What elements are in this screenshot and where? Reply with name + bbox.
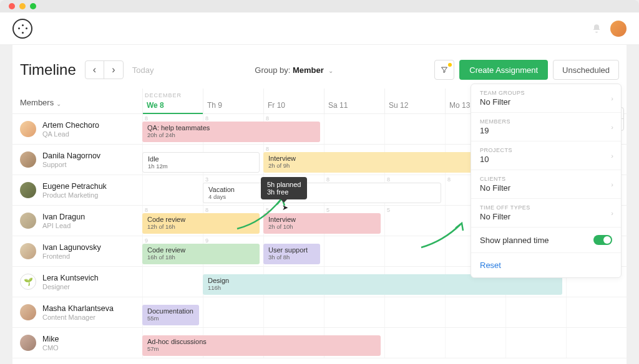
member-avatar	[20, 335, 36, 351]
notifications-icon[interactable]	[592, 24, 602, 34]
user-avatar[interactable]	[610, 21, 627, 37]
maximize-window[interactable]	[30, 3, 36, 9]
assignment-bar[interactable]: Documentation55m	[142, 305, 199, 325]
member-cell[interactable]: MikeCMO	[12, 328, 142, 358]
member-row: MikeCMOAd-hoc discussions57m	[12, 328, 627, 358]
day-column[interactable]: Fr 10	[263, 89, 324, 113]
member-cell[interactable]: Artem ChechoroQA Lead	[12, 114, 142, 144]
filter-item[interactable]: PROJECTS10›	[471, 141, 621, 170]
member-lane[interactable]: Ad-hoc discussions57m	[142, 328, 627, 358]
assignment-bar[interactable]: Idle1h 12m	[142, 152, 260, 173]
hours-label: 8	[387, 176, 390, 183]
assignment-bar[interactable]: Vacation4 days	[203, 183, 441, 203]
groupby-selector[interactable]: Group by: Member ⌄	[163, 65, 426, 75]
toggle-label: Show planned time	[480, 236, 549, 245]
hours-label: 5	[326, 207, 329, 213]
member-avatar	[20, 121, 36, 137]
reset-filters-link[interactable]: Reset	[471, 253, 621, 277]
member-lane[interactable]: Documentation55m	[142, 297, 627, 327]
member-avatar	[20, 243, 36, 259]
member-name: Danila Nagornov	[42, 151, 100, 161]
filter-item[interactable]: CLIENTSNo Filter›	[471, 170, 621, 199]
filter-value: 19	[480, 126, 612, 135]
hours-label: 8	[266, 115, 269, 122]
assignment-subtitle: 1h 12m	[148, 163, 254, 170]
filter-value: No Filter	[480, 183, 612, 193]
app-header	[0, 12, 639, 45]
member-cell[interactable]: Ivan LagunovskyFrontend	[12, 236, 142, 266]
day-column[interactable]: Sa 11	[324, 89, 384, 113]
member-name: Ivan Dragun	[42, 213, 85, 222]
filter-label: TIME OFF TYPES	[480, 204, 612, 211]
unscheduled-button[interactable]: Unscheduled	[553, 60, 619, 80]
member-role: CMO	[42, 344, 59, 352]
prev-button[interactable]: ‹	[85, 61, 104, 79]
filter-item[interactable]: TEAM GROUPSNo Filter›	[471, 84, 621, 113]
hours-label: 3	[205, 176, 208, 183]
assignment-bar[interactable]: Interview2h of 10h	[263, 213, 381, 234]
date-nav: ‹ ›	[85, 60, 124, 79]
day-column[interactable]: Th 9	[203, 89, 263, 113]
hours-label: 5	[387, 207, 390, 213]
assignment-bar[interactable]: QA: help teammates20h of 24h	[142, 122, 320, 142]
hours-label: 9	[205, 237, 208, 244]
filter-item[interactable]: TIME OFF TYPESNo Filter›	[471, 199, 621, 228]
page-title: Timeline	[20, 61, 76, 79]
chevron-right-icon: ›	[611, 209, 613, 217]
member-avatar	[20, 151, 36, 168]
assignment-title: Ad-hoc discussions	[147, 338, 376, 345]
hours-label: 8	[145, 115, 148, 122]
member-avatar	[20, 213, 36, 229]
member-role: QA Lead	[42, 130, 99, 138]
assignment-bar[interactable]: Code review12h of 16h	[142, 213, 260, 234]
chevron-right-icon: ›	[611, 181, 613, 188]
member-name: Lera Kuntsevich	[42, 274, 99, 283]
member-name: Masha Kharlantseva	[42, 304, 114, 314]
close-window[interactable]	[9, 3, 15, 9]
filter-item[interactable]: MEMBERS19›	[471, 113, 621, 141]
member-cell[interactable]: Danila NagornovSupport	[12, 145, 142, 175]
assignment-subtitle: 55m	[147, 315, 194, 322]
assignment-title: Code review	[147, 216, 255, 223]
assignment-title: User support	[268, 246, 315, 254]
member-role: Designer	[42, 283, 99, 290]
filter-label: MEMBERS	[480, 118, 612, 125]
member-avatar	[20, 182, 36, 198]
members-column-header[interactable]: Members ⌄	[12, 89, 142, 113]
assignment-bar[interactable]: Code review16h of 18h	[142, 244, 260, 264]
member-cell[interactable]: Ivan DragunAPI Lead	[12, 206, 142, 236]
member-name: Artem Chechoro	[42, 121, 99, 130]
assignment-bar[interactable]: User support3h of 8h	[263, 244, 320, 264]
hours-tooltip: 5h planned 3h free	[261, 177, 307, 199]
member-cell[interactable]: Eugene PetrachukProduct Marketing	[12, 175, 142, 205]
member-cell[interactable]: Masha KharlantsevaContent Manager	[12, 297, 142, 327]
hours-label: 8	[205, 115, 208, 122]
filter-label: CLIENTS	[480, 176, 612, 182]
window-chrome	[0, 0, 639, 12]
minimize-window[interactable]	[19, 3, 26, 9]
member-role: Product Marketing	[42, 191, 107, 199]
assignment-title: QA: help teammates	[147, 124, 315, 132]
filter-value: 10	[480, 155, 612, 164]
day-column[interactable]: Su 12	[384, 89, 445, 113]
cursor-icon: ➤	[282, 203, 288, 212]
assignment-title: Code review	[147, 246, 255, 254]
hours-label: 8	[326, 176, 329, 183]
filter-value: No Filter	[480, 212, 612, 221]
app-logo[interactable]	[12, 19, 32, 39]
assignment-bar[interactable]: Ad-hoc discussions57m	[142, 335, 381, 356]
page-toolbar: Timeline ‹ › Today Group by: Member ⌄ Cr…	[12, 45, 627, 89]
hours-label: 8	[145, 207, 148, 213]
create-assignment-button[interactable]: Create Assignment	[459, 60, 548, 80]
next-button[interactable]: ›	[104, 61, 123, 79]
day-column[interactable]: We 8	[142, 89, 203, 113]
today-button[interactable]: Today	[132, 65, 154, 75]
filter-button[interactable]	[434, 60, 454, 80]
member-role: API Lead	[42, 222, 85, 229]
planned-time-toggle[interactable]	[593, 235, 612, 245]
chevron-right-icon: ›	[611, 152, 613, 160]
chevron-down-icon: ⌄	[328, 67, 333, 74]
hours-label: 8	[205, 207, 208, 213]
filter-value: No Filter	[480, 97, 612, 107]
member-cell[interactable]: Lera KuntsevichDesigner	[12, 267, 142, 297]
